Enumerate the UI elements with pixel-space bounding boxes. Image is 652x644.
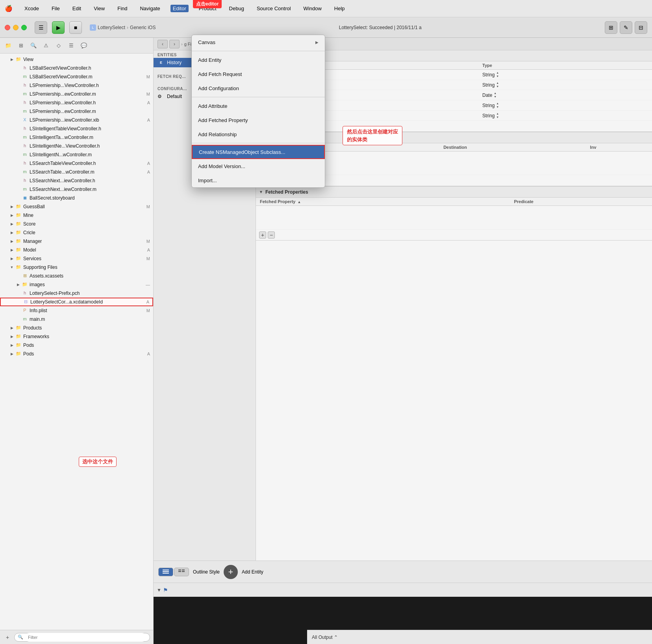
menu-view[interactable]: View (91, 5, 107, 12)
tree-item-infoplist[interactable]: P Info.plist M (0, 306, 153, 315)
attr-type[interactable]: String ▲ ▼ (478, 100, 652, 111)
type-stepper[interactable]: ▲ ▼ (496, 81, 499, 88)
type-stepper[interactable]: ▲ ▼ (496, 112, 499, 119)
tree-item-lspremiership-h1[interactable]: h LSPremiership...ViewController.h (0, 81, 153, 90)
minimize-button[interactable] (13, 25, 19, 30)
tree-item-mine[interactable]: ▶ 📁 Mine (0, 211, 153, 220)
tree-item-intelligent-h[interactable]: h LSIntelligentTableViewController.h (0, 124, 153, 133)
maximize-button[interactable] (21, 25, 27, 30)
tree-item-images[interactable]: ▶ 📁 images — (0, 280, 153, 289)
outline-style-btn-detail[interactable] (174, 568, 189, 576)
filter-dropdown[interactable]: ▼ ⚑ (157, 587, 168, 593)
menu-navigate[interactable]: Navigate (137, 5, 162, 12)
stepper-up[interactable]: ▲ (496, 71, 499, 74)
filter-input[interactable] (25, 633, 146, 642)
stepper-down[interactable]: ▼ (494, 95, 496, 98)
tree-item-lsball-m[interactable]: m LSBallSecretViewController.m M (0, 72, 153, 81)
tree-item-products[interactable]: ▶ 📁 Products (0, 324, 153, 332)
entity-history[interactable]: E History (154, 58, 256, 67)
tree-item-assets[interactable]: ⊞ Assets.xcassets (0, 272, 153, 280)
tree-item-searchnext-m[interactable]: m LSSearchNext...iewController.m (0, 185, 153, 194)
stepper-up[interactable]: ▲ (494, 92, 496, 95)
scheme-selector[interactable]: ⊞ (605, 21, 617, 34)
remove-attribute-btn[interactable]: − (268, 123, 275, 130)
menu-find[interactable]: Find (115, 5, 130, 12)
tree-item-prefix-pch[interactable]: h LotterySelect-Prefix.pch (0, 289, 153, 298)
breakpoint-btn[interactable]: ◇ (54, 41, 64, 50)
attr-type[interactable]: String ▲ ▼ (478, 80, 652, 90)
stepper-up[interactable]: ▲ (496, 112, 499, 115)
tree-item-supporting-files[interactable]: ▼ 📁 Supporting Files (0, 263, 153, 272)
add-entity-button[interactable]: + (224, 565, 238, 579)
tree-item-guessball[interactable]: ▶ 📁 GuessBall M (0, 202, 153, 211)
tree-item-intelligent-m[interactable]: m LSIntelligentTa...wController.m (0, 133, 153, 142)
attr-name[interactable]: attribute1 (256, 70, 478, 80)
stepper-down[interactable]: ▼ (496, 105, 499, 109)
tree-item-lspremiership-m1[interactable]: m LSPremiership...ewController.m M (0, 90, 153, 98)
menu-edit[interactable]: Edit (70, 5, 83, 12)
sort-icon[interactable]: ▲ (298, 200, 301, 204)
menu-help[interactable]: Help (332, 5, 347, 12)
tree-item-lspremiership-h2[interactable]: h LSPremiership...iewController.h A (0, 98, 153, 107)
menu-debug[interactable]: Debug (227, 5, 246, 12)
attr-name[interactable]: attribute3 (256, 90, 478, 100)
run-button[interactable]: ▶ (52, 21, 65, 34)
list-btn[interactable]: ☰ (66, 41, 76, 50)
sidebar-toggle-button[interactable]: ☰ (35, 21, 47, 34)
tree-item-searchnext-h[interactable]: h LSSearchNext...iewController.h (0, 176, 153, 185)
attributes-collapse-btn[interactable]: ▼ (259, 54, 263, 58)
relationships-collapse-btn[interactable]: ▼ (259, 135, 263, 140)
remove-fetched-btn[interactable]: − (268, 231, 275, 239)
nav-back-btn[interactable]: ‹ (157, 40, 168, 48)
tree-item-intelligent-ne-m[interactable]: m LSIntelligentN...wController.m (0, 150, 153, 159)
attr-name[interactable]: attribute4 (256, 100, 478, 111)
configuration-default[interactable]: ⚙ Default (154, 92, 256, 101)
tree-item-score[interactable]: ▶ 📁 Score (0, 220, 153, 228)
tree-item-pods1[interactable]: ▶ 📁 Pods (0, 341, 153, 350)
add-file-button[interactable]: + (3, 633, 12, 642)
tree-item-lsball-h[interactable]: h LSBallSecretViewController.h (0, 64, 153, 72)
add-attribute-btn[interactable]: + (259, 123, 266, 130)
add-relationship-btn[interactable]: + (259, 177, 266, 184)
warning-btn[interactable]: ⚠ (41, 41, 51, 50)
menu-editor[interactable]: Editor (170, 5, 189, 12)
search-btn[interactable]: 🔍 (28, 41, 39, 50)
attr-type[interactable]: String ▲ ▼ (478, 70, 652, 80)
tree-item-lspremiership-m2[interactable]: m LSPremiership...ewController.m (0, 107, 153, 116)
attr-type[interactable]: Date ▲ ▼ (478, 90, 652, 100)
tree-item-search-m[interactable]: m LSSearchTable...wController.m A (0, 168, 153, 176)
apple-menu[interactable]: 🍎 (5, 5, 13, 12)
tree-item-services[interactable]: ▶ 📁 Services M (0, 254, 153, 263)
attr-name[interactable]: attribute5 (256, 111, 478, 121)
stepper-up[interactable]: ▲ (496, 102, 499, 105)
add-fetched-btn[interactable]: + (259, 231, 266, 239)
stepper-down[interactable]: ▼ (496, 116, 499, 119)
menu-source-control[interactable]: Source Control (254, 5, 293, 12)
view-toggle-btn[interactable]: ⊟ (635, 21, 647, 34)
attr-name[interactable]: attribute2 (256, 80, 478, 90)
menu-window[interactable]: Window (301, 5, 324, 12)
stepper-down[interactable]: ▼ (496, 85, 499, 88)
tree-item-frameworks[interactable]: ▶ 📁 Frameworks (0, 332, 153, 341)
menu-file[interactable]: File (49, 5, 62, 12)
tree-item-intelligent-ne-h[interactable]: h LSIntelligentNe...ViewController.h (0, 142, 153, 150)
tree-item-model[interactable]: ▶ 📁 Model A (0, 246, 153, 254)
tree-item-cricle[interactable]: ▶ 📁 Cricle (0, 228, 153, 237)
type-stepper[interactable]: ▲ ▼ (496, 71, 499, 78)
remove-relationship-btn[interactable]: − (268, 177, 275, 184)
fetched-collapse-btn[interactable]: ▼ (259, 190, 263, 194)
nav-forward-btn[interactable]: › (169, 40, 180, 48)
tree-item-xcdatamodelid[interactable]: ⊟ LotterySelectCor...a.xcdatamodeId A (0, 298, 153, 306)
tree-item-pods2[interactable]: ▶ 📁 Pods A (0, 350, 153, 358)
sort-icon[interactable]: ▲ (280, 64, 283, 68)
tree-item-search-h[interactable]: h LSSearchTableViewController.h A (0, 159, 153, 168)
stop-button[interactable]: ■ (69, 21, 82, 34)
stepper-up[interactable]: ▲ (496, 81, 499, 85)
editor-mode-btn[interactable]: ✎ (620, 21, 632, 34)
type-stepper[interactable]: ▲ ▼ (496, 102, 499, 109)
tree-item-manager[interactable]: ▶ 📁 Manager M (0, 237, 153, 246)
sort-icon[interactable]: ▲ (288, 146, 291, 150)
type-stepper[interactable]: ▲ ▼ (494, 92, 496, 98)
callout-btn[interactable]: 💬 (79, 41, 89, 50)
stepper-down[interactable]: ▼ (496, 75, 499, 78)
